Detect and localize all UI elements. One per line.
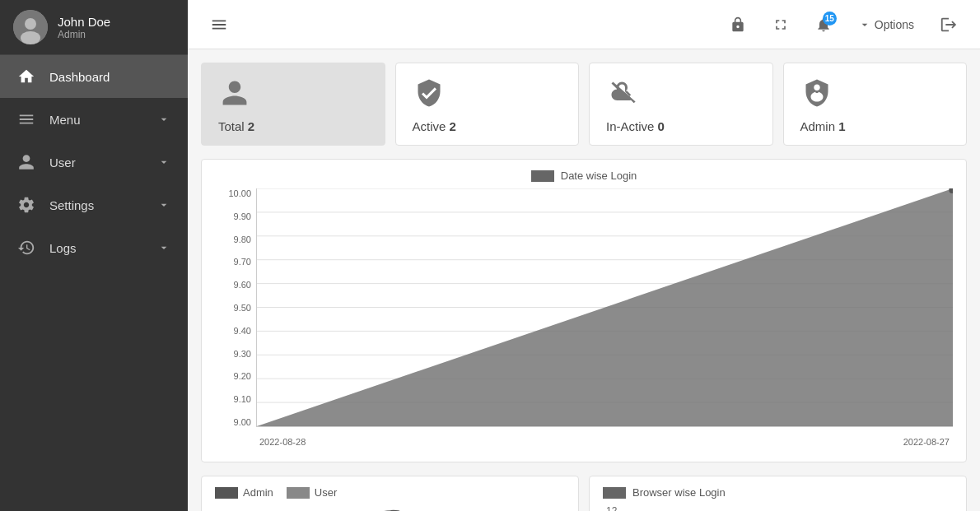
chart-svg-area	[256, 188, 953, 427]
admin-user-legend: Admin User	[215, 486, 565, 499]
sidebar-item-logs[interactable]: Logs	[0, 226, 188, 269]
notification-badge: 15	[823, 12, 837, 26]
admin-user-chart: Admin User	[201, 476, 579, 511]
user-legend-box	[287, 487, 310, 499]
chart-x-labels: 2022-08-28 2022-08-27	[256, 432, 953, 452]
chevron-down-icon	[156, 240, 171, 255]
settings-icon	[16, 195, 36, 215]
sidebar-item-label: Menu	[49, 113, 156, 127]
topbar-left	[204, 10, 234, 39]
svg-point-2	[21, 31, 40, 44]
chart-y-axis: 10.00 9.90 9.80 9.70 9.60 9.50 9.40 9.30…	[215, 188, 256, 427]
active-icon	[413, 77, 446, 109]
browser-legend: Browser wise Login	[603, 486, 953, 499]
user-icon	[16, 152, 36, 172]
chevron-down-icon	[156, 112, 171, 127]
sidebar-item-user[interactable]: User	[0, 141, 188, 183]
bottom-charts-row: Admin User	[201, 476, 967, 511]
stat-label-total: Total 2	[218, 119, 368, 133]
sidebar-item-label: User	[49, 156, 156, 170]
stat-card-total: Total 2	[201, 63, 385, 146]
inactive-icon	[606, 77, 639, 109]
chevron-down-icon	[156, 155, 171, 170]
chevron-down-icon	[156, 197, 171, 212]
options-label: Options	[875, 18, 914, 31]
user-legend-label: User	[315, 486, 337, 499]
x-label-start: 2022-08-28	[259, 437, 306, 447]
stat-card-inactive: In-Active 0	[589, 63, 773, 146]
menu-icon	[16, 109, 36, 129]
logs-icon	[16, 238, 36, 258]
chart-legend: Date wise Login	[215, 170, 953, 182]
donut-chart-preview	[215, 505, 565, 511]
stat-card-active: Active 2	[395, 63, 580, 146]
sidebar-header: John Doe Admin	[0, 0, 188, 55]
user-name: John Doe	[58, 15, 110, 29]
stat-label-admin: Admin 1	[800, 119, 950, 133]
sidebar-item-label: Settings	[49, 198, 156, 212]
sidebar-item-dashboard[interactable]: Dashboard	[0, 55, 188, 98]
sidebar-item-menu[interactable]: Menu	[0, 98, 188, 141]
x-label-end: 2022-08-27	[903, 437, 950, 447]
browser-chart-y-label: 12	[603, 505, 953, 511]
home-icon	[16, 67, 36, 86]
sidebar: John Doe Admin Dashboard Menu Us	[0, 0, 188, 511]
user-info: John Doe Admin	[58, 15, 110, 40]
browser-legend-label: Browser wise Login	[632, 486, 726, 499]
stat-label-inactive: In-Active 0	[606, 119, 756, 133]
fullscreen-button[interactable]	[766, 10, 796, 39]
sidebar-item-label: Dashboard	[49, 70, 171, 84]
stat-card-admin: Admin 1	[783, 63, 968, 146]
topbar: 15 Options	[188, 0, 980, 49]
options-button[interactable]: Options	[852, 13, 921, 36]
hamburger-button[interactable]	[204, 10, 234, 39]
browser-legend-box	[603, 487, 626, 499]
svg-point-1	[25, 18, 36, 30]
legend-color-box	[531, 170, 554, 182]
chart-legend-label: Date wise Login	[561, 170, 637, 182]
stat-label-active: Active 2	[413, 119, 562, 133]
logout-button[interactable]	[934, 10, 964, 39]
sidebar-item-settings[interactable]: Settings	[0, 183, 188, 226]
date-wise-login-chart: Date wise Login 10.00 9.90 9.80 9.70 9.6…	[201, 159, 967, 462]
admin-icon	[800, 77, 833, 109]
avatar	[13, 10, 48, 44]
admin-legend-label: Admin	[243, 486, 273, 499]
main-content: 15 Options Total 2	[188, 0, 980, 511]
sidebar-item-label: Logs	[49, 241, 156, 255]
lock-button[interactable]	[723, 10, 753, 39]
admin-legend-box	[215, 487, 238, 499]
topbar-right: 15 Options	[723, 10, 964, 39]
nav-list: Dashboard Menu User Se	[0, 55, 188, 511]
chart-container: 10.00 9.90 9.80 9.70 9.60 9.50 9.40 9.30…	[215, 188, 953, 452]
notification-button[interactable]: 15	[809, 10, 838, 39]
browser-wise-login-chart: Browser wise Login 12	[589, 476, 967, 511]
dashboard-content: Total 2 Active 2 In-Active 0	[188, 49, 980, 511]
user-role: Admin	[58, 29, 110, 40]
total-icon	[218, 77, 251, 109]
stats-row: Total 2 Active 2 In-Active 0	[201, 63, 967, 146]
